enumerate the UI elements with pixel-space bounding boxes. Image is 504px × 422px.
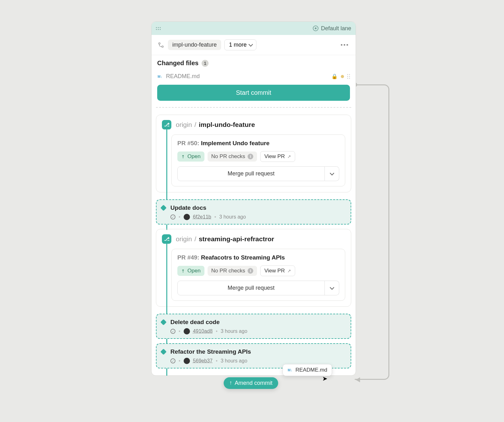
file-type-icon: M↓ [157,75,163,78]
info-icon: i [248,154,253,159]
drag-file-label: README.md [295,367,327,373]
merge-dropdown[interactable] [325,166,339,181]
chevron-down-icon [329,171,334,175]
merge-pr-button[interactable]: Merge pull request [177,281,325,295]
check-icon: ✓ [170,329,175,334]
pr-checks-badge: No PR checks i [208,266,257,276]
svg-point-1 [162,46,163,47]
commit-sha[interactable]: 6f2e11b [193,214,211,220]
separator [156,107,351,108]
chevron-down-icon [249,42,253,46]
lane-card: Default lane impl-undo-feature 1 more Ch… [151,21,356,376]
commit-title: Delete dead code [170,319,346,326]
pr-block-1: ⎇ origin / impl-undo-feature PR #50: Imp… [156,115,351,192]
more-branches-dropdown[interactable]: 1 more [224,39,256,50]
pr-checks-text: No PR checks [211,268,245,274]
pr-checks-text: No PR checks [211,153,245,160]
changed-files-header: Changed files 1 [152,55,356,70]
lane-header: Default lane [152,22,356,35]
commit-time: 3 hours ago [221,358,248,364]
amend-label: Amend commit [235,380,272,386]
dot-separator: • [179,328,180,334]
grip-icon[interactable] [347,74,350,79]
commit-title: Update docs [170,204,346,211]
pr-open-icon: ↗ [180,268,186,274]
pr-status-badge: ↗ Open [177,266,204,276]
view-pr-button[interactable]: View PR ↗ [260,151,295,162]
pr-title: Reafacotrs to Streaming APIs [201,254,285,261]
pr-status-text: Open [187,268,201,274]
merge-pr-button[interactable]: Merge pull request [177,166,325,181]
pr-card-1: PR #50: Implement Undo feature ↗ Open No… [171,134,345,186]
file-status-dot [341,75,344,78]
check-icon: ✓ [170,214,175,220]
commit-item-1[interactable]: Update docs ✓ • 6f2e11b • 3 hours ago [156,199,351,225]
connector-end-arrow [356,377,360,382]
dot-separator: • [216,358,218,364]
branch-name-label: impl-undo-feature [199,121,255,128]
check-icon: ✓ [170,358,175,363]
lock-icon: 🔒 [331,73,338,79]
commit-node-icon [160,319,167,325]
pr-number: PR #50: [177,140,199,146]
commit-node-icon [160,205,167,211]
commit-item-2[interactable]: Delete dead code ✓ • 4910ad8 • 3 hours a… [156,314,351,339]
cursor-icon: ➤ [322,375,328,382]
file-name: README.md [166,73,200,80]
avatar [184,328,190,334]
commit-title: Refactor the Streaming APIs [170,348,346,355]
pr-card-2: PR #49: Reafacotrs to Streaming APIs ↗ O… [171,249,345,301]
external-link-icon: ↗ [287,268,291,273]
file-type-icon: M↓ [287,368,293,372]
drag-file-tooltip: M↓ README.md [283,364,332,376]
external-link-icon: ↗ [287,154,291,159]
chevron-down-icon [329,285,334,289]
svg-point-0 [159,43,160,44]
merge-dropdown[interactable] [325,281,339,295]
commit-sha[interactable]: 4910ad8 [193,328,213,334]
branch-square-icon: ⎇ [162,120,171,129]
lane-label: Default lane [321,25,351,32]
target-icon [313,26,318,31]
branch-icon [157,41,165,49]
pr-number: PR #49: [177,254,199,261]
pr-block-2: ⎇ origin / streaming-api-refractror PR #… [156,229,351,307]
dot-separator: • [179,214,180,220]
file-row[interactable]: M↓ README.md 🔒 [152,70,356,83]
drag-handle-icon[interactable] [156,27,161,30]
amend-commit-pill[interactable]: ↑ Amend commit [224,377,278,389]
pr-title: Implement Undo feature [201,140,269,146]
changed-files-title: Changed files [157,60,198,67]
branch-chip[interactable]: impl-undo-feature [168,40,221,50]
branch-square-icon: ⎇ [162,234,171,244]
branch-name-label: streaming-api-refractror [199,235,274,242]
kebab-menu[interactable] [339,42,350,48]
pr-status-text: Open [187,153,201,160]
commit-time: 3 hours ago [221,328,248,334]
more-label: 1 more [229,42,247,48]
pr-checks-badge: No PR checks i [208,151,257,162]
origin-label: origin [176,235,192,242]
slash: / [194,121,196,128]
avatar [184,214,190,220]
dot-separator: • [179,358,180,364]
commit-sha[interactable]: 569eb37 [193,358,213,364]
avatar [184,358,190,364]
connector-line [355,84,389,380]
view-pr-button[interactable]: View PR ↗ [260,265,295,276]
pr-open-icon: ↗ [180,153,186,160]
dot-separator: • [214,214,216,220]
view-pr-label: View PR [264,153,285,160]
dot-separator: • [216,328,218,334]
changed-files-count: 1 [202,60,209,67]
view-pr-label: View PR [264,268,285,274]
branch-bar: impl-undo-feature 1 more [152,35,356,55]
pr-status-badge: ↗ Open [177,151,204,162]
slash: / [194,235,196,242]
origin-label: origin [176,121,192,128]
commit-node-icon [160,349,167,355]
commit-time: 3 hours ago [219,214,246,220]
info-icon: i [248,268,253,274]
start-commit-button[interactable]: Start commit [157,85,350,101]
upload-icon: ↑ [229,379,232,386]
